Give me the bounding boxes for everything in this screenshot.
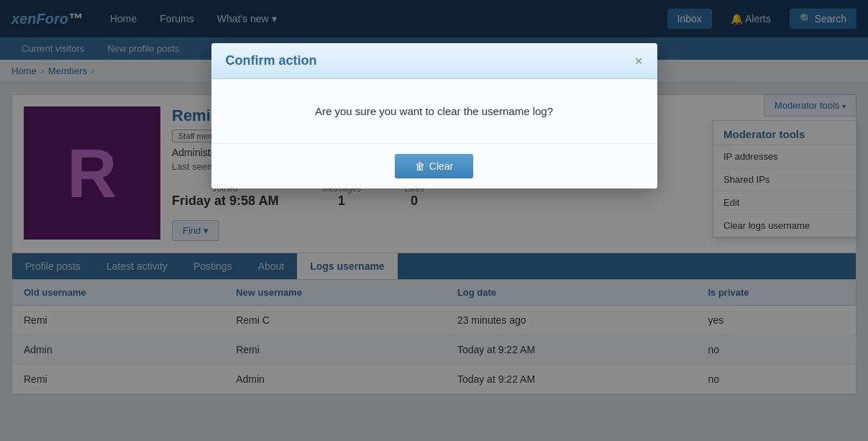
modal-body: Are you sure you want to clear the usern… xyxy=(211,79,657,143)
modal-header: Confirm action × xyxy=(211,43,657,79)
trash-icon: 🗑 xyxy=(415,160,425,172)
modal-message: Are you sure you want to clear the usern… xyxy=(315,105,553,117)
modal-overlay[interactable]: Confirm action × Are you sure you want t… xyxy=(0,0,868,406)
clear-confirm-button[interactable]: 🗑 Clear xyxy=(395,154,473,178)
clear-label: Clear xyxy=(429,160,453,172)
modal-footer: 🗑 Clear xyxy=(211,143,657,188)
confirm-action-modal: Confirm action × Are you sure you want t… xyxy=(211,43,657,188)
modal-close-button[interactable]: × xyxy=(635,55,643,68)
modal-title: Confirm action xyxy=(226,53,317,68)
